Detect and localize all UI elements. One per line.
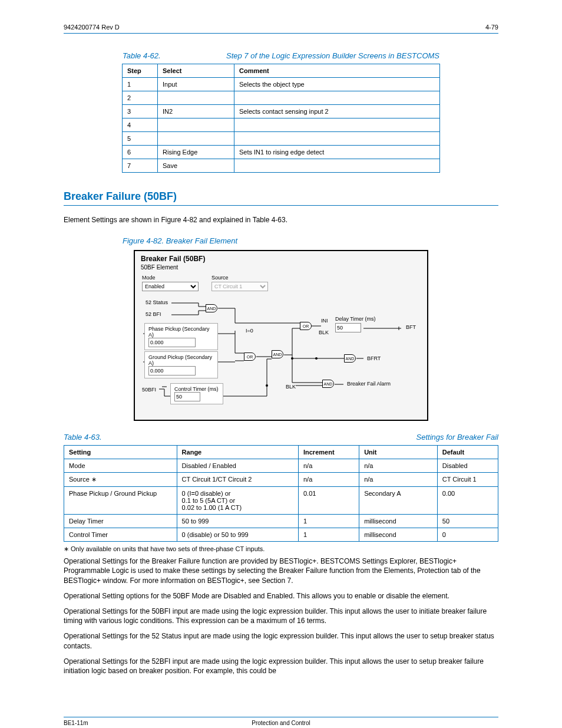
footer-center: Protection and Control xyxy=(209,720,353,726)
table-cell: n/a xyxy=(298,459,359,473)
table-cell: Secondary A xyxy=(359,487,438,515)
svg-point-0 xyxy=(291,357,293,360)
mode-select[interactable]: Enabled xyxy=(142,282,199,291)
table-cell: 50 xyxy=(437,515,498,528)
table-cell: Input xyxy=(158,78,234,91)
blk1-label: BLK xyxy=(319,330,329,335)
table-cell: Control Timer xyxy=(64,528,177,542)
t1-caption: Step 7 of the Logic Expression Builder S… xyxy=(226,51,439,60)
table-1: Step Select Comment 1InputSelects the ob… xyxy=(122,64,440,173)
phase-pickup-box: Phase Pickup (Secondary A) xyxy=(144,323,218,350)
table-row: 6Rising EdgeSets IN1 to rising edge dete… xyxy=(123,146,440,159)
table-cell: Mode xyxy=(64,459,177,473)
bfi-52-label: 52 BFI xyxy=(146,311,161,317)
bfa-label: Breaker Fail Alarm xyxy=(347,381,391,387)
control-timer-input[interactable] xyxy=(174,392,200,401)
figure-panel: Breaker Fail (50BF) 50BF Element Mode En… xyxy=(134,250,428,421)
table-row: 5 xyxy=(123,132,440,146)
table-cell: Selects the object type xyxy=(234,78,440,91)
table-cell: 0.00 xyxy=(437,487,498,515)
mode-label: Mode xyxy=(142,275,156,281)
svg-point-1 xyxy=(315,357,318,360)
panel-subtitle: 50BF Element xyxy=(135,264,427,271)
phase-pickup-label: Phase Pickup (Secondary A) xyxy=(148,326,214,338)
footer-divider xyxy=(64,717,498,717)
intro-paragraph: Element Settings are shown in Figure 4-8… xyxy=(64,215,498,225)
table-cell: n/a xyxy=(359,459,438,473)
bfi-50-label: 50BFI xyxy=(142,387,156,393)
ini-label: INI xyxy=(321,318,328,324)
table-cell: 3 xyxy=(123,105,158,118)
delay-timer-input[interactable] xyxy=(335,323,361,332)
op-para-1: Operational Settings for the Breaker Fai… xyxy=(64,556,498,585)
op-para-5: Operational Settings for the 52BFI input… xyxy=(64,657,498,676)
delay-timer-label: Delay Timer (ms) xyxy=(335,316,376,322)
table-cell xyxy=(234,118,440,132)
table-cell: Source ∗ xyxy=(64,473,177,487)
bft-label: BFT xyxy=(406,324,416,330)
t1-h2: Comment xyxy=(234,64,440,78)
t1-h0: Step xyxy=(123,64,158,78)
table-cell xyxy=(158,132,234,146)
table-cell: 2 xyxy=(123,91,158,105)
table-row: Phase Pickup / Ground Pickup0 (I=0 disab… xyxy=(64,487,498,515)
t2-footnote: ∗ Only available on units that have two … xyxy=(64,545,498,553)
table-cell: 0 (I=0 disable) or 0.1 to 5 (5A CT) or 0… xyxy=(177,487,298,515)
ground-pickup-box: Ground Pickup (Secondary A) xyxy=(144,351,218,378)
table-cell: millisecond xyxy=(359,528,438,542)
t2-h2: Increment xyxy=(298,446,359,459)
phase-pickup-input[interactable] xyxy=(148,338,196,347)
table-row: 1InputSelects the object type xyxy=(123,78,440,91)
table-cell: 7 xyxy=(123,159,158,173)
table-cell: 1 xyxy=(298,515,359,528)
table-cell: Delay Timer xyxy=(64,515,177,528)
table-cell xyxy=(234,132,440,146)
ground-pickup-input[interactable] xyxy=(148,366,196,375)
table-row: Control Timer0 (disable) or 50 to 9991mi… xyxy=(64,528,498,542)
table-cell: 6 xyxy=(123,146,158,159)
and-gate-2: AND xyxy=(272,350,283,358)
table-cell: 1 xyxy=(123,78,158,91)
op-para-2: Operational Setting options for the 50BF… xyxy=(64,591,498,601)
and-gate-3: AND xyxy=(344,354,356,363)
table-cell xyxy=(158,118,234,132)
t1-number: Table 4-62. xyxy=(123,51,161,60)
table-cell: CT Circuit 1 xyxy=(437,473,498,487)
table-row: 2 xyxy=(123,91,440,105)
ground-pickup-label: Ground Pickup (Secondary A) xyxy=(148,354,214,366)
panel-title: Breaker Fail (50BF) xyxy=(135,251,427,263)
table-cell: 50 to 999 xyxy=(177,515,298,528)
table-cell: n/a xyxy=(359,473,438,487)
table-cell xyxy=(234,159,440,173)
footer-left: BE1-11m xyxy=(64,720,209,726)
table-cell: IN2 xyxy=(158,105,234,118)
table-cell xyxy=(158,91,234,105)
table-2: Setting Range Increment Unit Default Mod… xyxy=(64,445,498,542)
and-gate-1: AND xyxy=(206,304,217,312)
and-gate-4: AND xyxy=(322,380,334,388)
table-cell: 0 (disable) or 50 to 999 xyxy=(177,528,298,542)
table-cell: 0.01 xyxy=(298,487,359,515)
figure-caption: Figure 4-82. Breaker Fail Element xyxy=(64,236,498,245)
table-cell: CT Circuit 1/CT Circuit 2 xyxy=(177,473,298,487)
status-52-label: 52 Status xyxy=(146,299,168,305)
i0-label: I=0 xyxy=(246,328,253,334)
t2-h4: Default xyxy=(437,446,498,459)
table-row: 7Save xyxy=(123,159,440,173)
header-left: 9424200774 Rev D xyxy=(64,24,120,31)
source-select[interactable]: CT Circuit 1 xyxy=(211,282,268,291)
table-row: 3IN2Selects contact sensing input 2 xyxy=(123,105,440,118)
table-cell: Rising Edge xyxy=(158,146,234,159)
table-cell: Selects contact sensing input 2 xyxy=(234,105,440,118)
table-cell: 5 xyxy=(123,132,158,146)
table-cell: 4 xyxy=(123,118,158,132)
table-cell: Disabled xyxy=(437,459,498,473)
svg-point-2 xyxy=(266,384,268,387)
table-row: Delay Timer50 to 9991millisecond50 xyxy=(64,515,498,528)
table-row: Source ∗CT Circuit 1/CT Circuit 2n/an/aC… xyxy=(64,473,498,487)
table-cell: Sets IN1 to rising edge detect xyxy=(234,146,440,159)
or-gate-2: OR xyxy=(300,322,312,330)
table-cell: 1 xyxy=(298,528,359,542)
section-divider xyxy=(64,205,498,206)
header-right: 4-79 xyxy=(485,24,498,31)
